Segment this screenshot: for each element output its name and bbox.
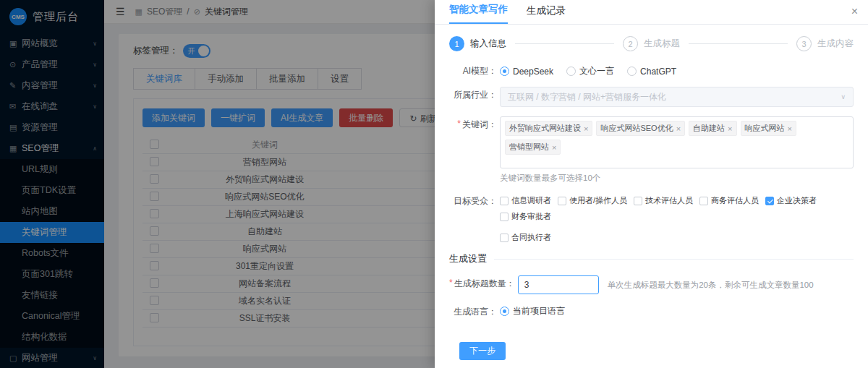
language-row: 生成语言： 当前项目语言 [449, 304, 854, 318]
title-count-label: 生成标题数量： [454, 278, 515, 290]
close-icon[interactable]: × [851, 5, 858, 18]
tab-generation-history[interactable]: 生成记录 [527, 4, 566, 24]
title-count-input[interactable] [518, 275, 599, 294]
remove-tag-icon[interactable]: × [788, 124, 792, 133]
step-generate-title: 2 生成标题 [623, 36, 680, 51]
radio-wenxin[interactable]: 文心一言 [566, 65, 614, 77]
remove-tag-icon[interactable]: × [728, 124, 732, 133]
industry-row: 所属行业： 互联网 / 数字营销 / 网站+营销服务一体化 ∨ [449, 87, 854, 107]
radio-icon [566, 67, 576, 76]
step-indicator: 1 输入信息 2 生成标题 3 生成内容 [449, 36, 854, 51]
checkbox-icon [500, 213, 509, 221]
ai-model-label: AI模型： [463, 65, 497, 77]
radio-deepseek[interactable]: DeepSeek [500, 67, 553, 77]
keyword-tag: 响应式网站SEO优化× [596, 121, 685, 136]
checkbox-decision-maker[interactable]: 企业决策者 [765, 195, 817, 206]
keyword-tag: 响应式网站× [741, 121, 796, 136]
remove-tag-icon[interactable]: × [676, 124, 681, 133]
industry-label: 所属行业： [454, 89, 497, 101]
next-step-button[interactable]: 下一步 [459, 342, 506, 360]
step-input-info: 1 输入信息 [449, 36, 506, 51]
chevron-down-icon: ∨ [841, 93, 846, 100]
checkbox-user-operator[interactable]: 使用者/操作人员 [558, 195, 627, 206]
remove-tag-icon[interactable]: × [552, 143, 556, 152]
required-mark: * [457, 119, 461, 129]
ai-model-options: DeepSeek 文心一言 ChatGPT [500, 63, 854, 77]
radio-icon [500, 307, 509, 316]
ai-article-drawer: 智能文章写作 生成记录 × 1 输入信息 2 生成标题 3 生成内容 AI模型： [435, 0, 868, 368]
checkbox-checked-icon [765, 197, 774, 205]
keywords-label: 关键词： [462, 119, 497, 131]
audience-row: 目标受众： 信息调研者 使用者/操作人员 技术评估人员 商务评估人员 企业决策者… [449, 193, 854, 243]
ai-model-row: AI模型： DeepSeek 文心一言 ChatGPT [449, 63, 854, 77]
section-title: 生成设置 [449, 252, 487, 265]
language-label: 生成语言： [454, 306, 497, 318]
checkbox-finance-approver[interactable]: 财务审批者 [500, 211, 551, 222]
checkbox-info-researcher[interactable]: 信息调研者 [500, 195, 551, 206]
app-root: CMS 管理后台 ▣ 网站概览 ∨ ⊙ 产品管理 ∨ ✎ 内容管理 ∨ ✉ 在线… [0, 0, 868, 368]
industry-select[interactable]: 互联网 / 数字营销 / 网站+营销服务一体化 ∨ [500, 87, 854, 107]
audience-options: 信息调研者 使用者/操作人员 技术评估人员 商务评估人员 企业决策者 财务审批者… [500, 193, 854, 243]
keyword-tag: 自助建站× [689, 121, 736, 136]
generation-settings-section: 生成设置 [449, 252, 854, 265]
checkbox-icon [558, 197, 566, 205]
drawer-form: AI模型： DeepSeek 文心一言 ChatGPT [435, 51, 868, 360]
checkbox-icon [500, 197, 509, 205]
keyword-tag: 外贸响应式网站建设× [505, 121, 592, 136]
remove-tag-icon[interactable]: × [584, 124, 588, 133]
step-generate-content: 3 生成内容 [796, 36, 854, 51]
radio-current-project-language[interactable]: 当前项目语言 [500, 305, 565, 317]
audience-label: 目标受众： [454, 195, 497, 207]
title-count-hint: 单次生成标题最大数量为20条，剩余可生成文章数量100 [608, 280, 814, 291]
checkbox-business-evaluator[interactable]: 商务评估人员 [699, 195, 759, 206]
keywords-row: *关键词： 外贸响应式网站建设× 响应式网站SEO优化× 自助建站× 响应式网站… [449, 116, 854, 184]
title-count-row: *生成标题数量： 单次生成标题最大数量为20条，剩余可生成文章数量100 [449, 275, 854, 294]
checkbox-icon [699, 197, 708, 205]
checkbox-tech-evaluator[interactable]: 技术评估人员 [634, 195, 693, 206]
checkbox-contract-executor[interactable]: 合同执行者 [500, 232, 551, 243]
radio-icon [500, 67, 509, 76]
keywords-input[interactable]: 外贸响应式网站建设× 响应式网站SEO优化× 自助建站× 响应式网站× 营销型网… [500, 116, 854, 168]
keyword-tag: 营销型网站× [505, 140, 561, 155]
checkbox-icon [634, 197, 642, 205]
drawer-header: 智能文章写作 生成记录 × [435, 0, 868, 25]
section-divider [494, 259, 854, 260]
radio-icon [627, 67, 637, 76]
step-connector [689, 43, 788, 44]
radio-chatgpt[interactable]: ChatGPT [627, 67, 676, 77]
keywords-hint: 关键词数量最多可选择10个 [500, 173, 854, 184]
drawer-mask[interactable] [0, 0, 435, 368]
step-connector [515, 43, 614, 44]
required-mark: * [449, 278, 453, 288]
tab-smart-article-writing[interactable]: 智能文章写作 [449, 3, 508, 24]
checkbox-icon [500, 234, 509, 242]
